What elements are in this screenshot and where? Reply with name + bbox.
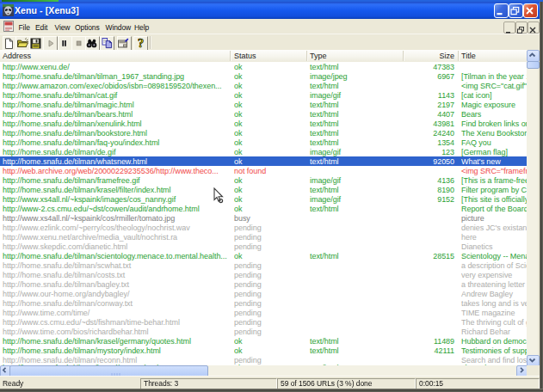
- svg-text:?: ?: [137, 37, 143, 50]
